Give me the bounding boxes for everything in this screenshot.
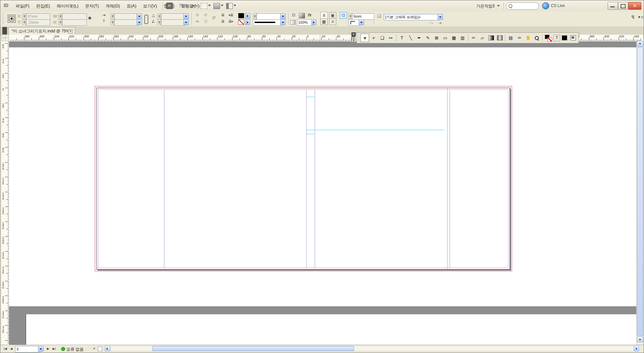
horizontal-scroll-thumb[interactable] bbox=[152, 346, 354, 351]
scale-y-stepper[interactable] bbox=[111, 19, 114, 25]
object-style-field[interactable]: [기본 그래픽 프레임]+ bbox=[384, 14, 440, 20]
object-style-dropdown[interactable] bbox=[438, 14, 443, 20]
jump-object-icon[interactable]: ≡ bbox=[329, 18, 336, 25]
corner-options-icon[interactable]: ⊡ bbox=[290, 12, 297, 18]
gap-tool[interactable]: ↔ bbox=[386, 34, 395, 42]
vertical-grid-tool[interactable]: ▥ bbox=[458, 34, 467, 42]
stroke-weight-dropdown[interactable] bbox=[280, 19, 286, 25]
rectangle-tool[interactable]: ▭ bbox=[441, 34, 450, 42]
stroke-proxy-swatch[interactable] bbox=[547, 37, 552, 42]
last-page-button[interactable]: ▶| bbox=[52, 346, 56, 351]
cs-live-button[interactable]: CS Live bbox=[551, 3, 565, 8]
menu-item-2[interactable]: 레이아웃(L) bbox=[53, 0, 82, 11]
rotate-cw-icon[interactable]: ↻ bbox=[194, 12, 201, 18]
tint-dropdown[interactable] bbox=[280, 13, 286, 19]
scroll-up-button[interactable] bbox=[637, 41, 643, 47]
document-canvas[interactable] bbox=[9, 41, 636, 345]
constrain-proportions-icon[interactable]: ✱ bbox=[87, 15, 93, 21]
fill-color-swatch[interactable] bbox=[238, 13, 244, 18]
horizontal-grid-tool[interactable]: ▦ bbox=[450, 34, 458, 42]
w-field[interactable] bbox=[62, 13, 87, 20]
clear-overrides-icon[interactable]: ▫↷ bbox=[428, 20, 435, 26]
menu-item-0[interactable]: 파일(F) bbox=[12, 0, 33, 11]
y-stepper[interactable] bbox=[22, 19, 26, 25]
scissors-tool[interactable]: ✂ bbox=[469, 34, 478, 42]
tools-panel-close-icon[interactable]: ✕ bbox=[351, 32, 356, 37]
select-content-icon[interactable]: 품 bbox=[219, 18, 226, 24]
flip-v-icon[interactable]: ⤮ bbox=[202, 18, 209, 24]
free-transform-tool[interactable]: ▱ bbox=[478, 34, 487, 42]
tools-panel-grip[interactable] bbox=[358, 34, 359, 42]
formatting-affects-text-toggle[interactable]: T bbox=[553, 35, 560, 41]
effects-icon[interactable]: fx bbox=[306, 12, 313, 18]
flip-vertical-icon[interactable]: ⤒ bbox=[101, 18, 107, 24]
opacity-flyout-button[interactable] bbox=[311, 19, 316, 25]
rotate-dropdown[interactable] bbox=[183, 19, 189, 25]
hand-tool[interactable]: ✋ bbox=[524, 34, 532, 42]
select-previous-icon[interactable]: ◂품 bbox=[227, 12, 234, 18]
gradient-swatch-tool[interactable] bbox=[487, 34, 495, 42]
scale-y-field[interactable] bbox=[114, 19, 139, 26]
apply-color-button[interactable] bbox=[560, 34, 569, 42]
note-tool[interactable]: ▤ bbox=[506, 34, 515, 42]
menu-item-5[interactable]: 표(A) bbox=[123, 0, 140, 11]
screen-mode-chevron-icon[interactable] bbox=[221, 5, 223, 6]
close-button[interactable]: ✕ bbox=[628, 2, 641, 10]
scroll-left-button[interactable] bbox=[105, 346, 110, 351]
menu-item-6[interactable]: 보기(V) bbox=[140, 0, 160, 11]
workspace-switcher[interactable]: 가은작업3 bbox=[476, 3, 495, 9]
pen-tool[interactable]: ✒ bbox=[415, 34, 424, 42]
horizontal-scrollbar[interactable] bbox=[111, 346, 634, 351]
page-number-field[interactable]: 3 bbox=[15, 346, 40, 352]
eyedropper-tool[interactable]: ✑ bbox=[515, 34, 524, 42]
menu-item-3[interactable]: 문자(T) bbox=[82, 0, 102, 11]
vertical-ruler[interactable]: 6 04 02 002 04 06 08 01 0 01 2 01 4 01 6… bbox=[2, 41, 9, 345]
pencil-tool[interactable]: ✎ bbox=[424, 34, 432, 42]
corner-radius-field[interactable]: 5mm bbox=[352, 13, 374, 20]
ruler-guide-horizontal[interactable] bbox=[306, 97, 315, 97]
restore-button[interactable] bbox=[618, 2, 628, 10]
scale-x-field[interactable] bbox=[114, 13, 139, 20]
w-stepper[interactable] bbox=[58, 13, 62, 19]
wrap-bounding-box-icon[interactable]: ▣ bbox=[329, 12, 336, 19]
zoom-level-dropdown[interactable]: 75% bbox=[179, 3, 187, 8]
stroke-weight-field[interactable] bbox=[253, 19, 283, 26]
fill-stroke-swatches[interactable] bbox=[543, 34, 553, 42]
x-field[interactable]: 37mm bbox=[26, 13, 50, 20]
scale-y-dropdown[interactable] bbox=[137, 19, 142, 25]
x-stepper[interactable] bbox=[22, 13, 26, 19]
stroke-color-flyout-button[interactable] bbox=[245, 19, 250, 25]
select-container-icon[interactable]: 품 bbox=[219, 12, 226, 18]
panel-menu-icon[interactable]: ▼≡ bbox=[637, 14, 644, 20]
type-tool[interactable]: T bbox=[397, 34, 406, 42]
h-field[interactable] bbox=[62, 19, 87, 26]
first-page-button[interactable]: |◀ bbox=[3, 346, 8, 351]
direct-selection-tool[interactable]: ➣ bbox=[369, 34, 378, 42]
selection-tool[interactable]: ➤ bbox=[360, 34, 369, 42]
document-tab[interactable]: *미 소녀그리기표지.indd @ 75% ✕ bbox=[8, 27, 75, 35]
corner-radius-stepper[interactable] bbox=[348, 13, 352, 19]
gradient-icon[interactable] bbox=[299, 13, 305, 18]
search-input[interactable] bbox=[506, 2, 539, 10]
screen-mode-icon[interactable] bbox=[213, 3, 220, 9]
stroke-color-swatch[interactable] bbox=[238, 19, 244, 25]
screen-mode-button[interactable] bbox=[569, 34, 578, 42]
flip-h-icon[interactable]: ⇋ bbox=[194, 18, 201, 24]
line-tool[interactable]: ╲ bbox=[406, 34, 415, 42]
ruler-guide-horizontal[interactable] bbox=[306, 130, 444, 130]
vertical-scroll-thumb[interactable] bbox=[637, 47, 643, 336]
break-link-style-icon[interactable]: ▫✱ bbox=[437, 20, 443, 26]
ruler-guide-horizontal[interactable] bbox=[306, 134, 315, 134]
corner-shape-dropdown[interactable] bbox=[359, 19, 364, 25]
tint-field[interactable] bbox=[257, 13, 283, 20]
frame-fitting-icon[interactable]: ⊡ bbox=[340, 12, 347, 19]
reference-point-proxy[interactable] bbox=[8, 15, 16, 23]
scroll-right-button[interactable] bbox=[634, 346, 639, 351]
ruler-guide-vertical[interactable] bbox=[447, 88, 448, 270]
quick-apply-icon[interactable]: ↯ bbox=[630, 14, 636, 20]
arrange-documents-chevron-icon[interactable] bbox=[233, 5, 236, 6]
minimize-button[interactable] bbox=[608, 2, 618, 10]
y-field[interactable]: -10mm bbox=[26, 19, 50, 26]
rotate-field[interactable] bbox=[161, 19, 186, 26]
shear-stepper[interactable] bbox=[157, 13, 161, 19]
